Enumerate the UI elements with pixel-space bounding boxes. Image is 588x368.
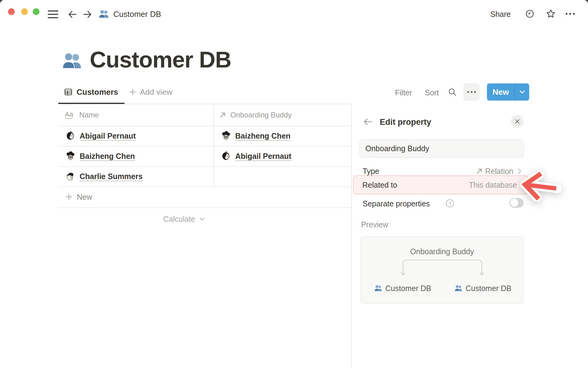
column-header-buddy-label: Onboarding Buddy xyxy=(230,111,292,119)
table-row-2-name[interactable]: Baizheng Chen xyxy=(66,146,135,166)
avatar-baizheng xyxy=(221,131,231,141)
avatar-abigail xyxy=(221,151,231,161)
cell-name[interactable]: Abigail Pernaut xyxy=(80,132,136,140)
forward-arrow-icon[interactable] xyxy=(83,10,92,19)
column-header-name-label: Name xyxy=(79,111,99,119)
table-row-3-name[interactable]: Charlie Summers xyxy=(66,166,143,186)
panel-close-button[interactable] xyxy=(511,115,524,128)
add-view-label: Add view xyxy=(140,87,172,97)
column-header-buddy[interactable]: Onboarding Buddy xyxy=(219,104,292,126)
traffic-light-close[interactable] xyxy=(8,8,15,15)
row-divider xyxy=(58,207,351,208)
relation-arrow-icon xyxy=(219,112,226,118)
related-to-row[interactable]: Related to This database xyxy=(353,175,529,194)
view-options-button[interactable] xyxy=(463,83,480,101)
property-name-input[interactable] xyxy=(360,139,524,158)
page-icon-people[interactable] xyxy=(62,51,82,71)
avatar-charlie xyxy=(66,171,75,181)
avatar-baizheng xyxy=(66,151,75,161)
new-record-label: New xyxy=(487,87,514,97)
tab-customers-label: Customers xyxy=(77,87,118,97)
breadcrumb[interactable]: Customer DB xyxy=(99,7,161,21)
type-label: Type xyxy=(363,167,379,176)
app-window: Customer DB Share Customer DB Customers … xyxy=(0,0,588,368)
help-glyph: ? xyxy=(449,201,451,206)
preview-left-db: Customer DB xyxy=(374,283,431,293)
cell-name[interactable]: Baizheng Chen xyxy=(80,152,135,161)
traffic-light-minimize[interactable] xyxy=(21,8,28,15)
new-record-button[interactable]: New xyxy=(487,83,529,101)
column-header-name[interactable]: Aa Name xyxy=(65,104,99,126)
preview-right-db: Customer DB xyxy=(454,283,511,293)
sort-button[interactable]: Sort xyxy=(425,88,439,97)
breadcrumb-title: Customer DB xyxy=(113,10,161,19)
title-property-icon: Aa xyxy=(65,111,73,119)
traffic-light-zoom[interactable] xyxy=(33,8,40,15)
search-icon[interactable] xyxy=(448,88,457,97)
table-new-row[interactable]: New xyxy=(65,186,92,207)
people-icon xyxy=(454,284,462,292)
add-view-button[interactable]: Add view xyxy=(129,83,172,101)
calculate-label: Calculate xyxy=(163,215,195,224)
separate-properties-label: Separate properties xyxy=(363,199,430,208)
new-dropdown-button[interactable] xyxy=(515,90,529,94)
help-icon[interactable]: ? xyxy=(446,199,454,207)
preview-property-name: Onboarding Buddy xyxy=(360,247,524,256)
table-row-1-buddy[interactable]: Baizheng Chen xyxy=(221,126,291,146)
more-options-icon[interactable] xyxy=(565,12,575,16)
updates-clock-icon[interactable] xyxy=(526,10,534,18)
active-tab-underline xyxy=(58,103,125,104)
plus-icon xyxy=(129,88,136,96)
filter-button[interactable]: Filter xyxy=(395,88,412,97)
panel-back-icon[interactable] xyxy=(363,117,372,126)
plus-icon xyxy=(65,193,73,201)
calculate-button[interactable]: Calculate xyxy=(163,211,205,227)
table-row-2-buddy[interactable]: Abigail Pernaut xyxy=(221,146,291,166)
close-icon xyxy=(514,118,520,125)
back-arrow-icon[interactable] xyxy=(68,10,77,19)
hamburger-menu-icon[interactable] xyxy=(48,10,58,19)
related-to-label: Related to xyxy=(362,181,397,190)
related-to-value: This database xyxy=(469,181,517,190)
table-view-icon xyxy=(64,88,72,96)
preview-label: Preview xyxy=(361,220,388,229)
column-divider xyxy=(213,104,214,186)
preview-left-db-label: Customer DB xyxy=(385,284,431,293)
page-title[interactable]: Customer DB xyxy=(90,47,231,73)
panel-title: Edit property xyxy=(380,117,431,127)
ellipsis-icon xyxy=(467,90,476,94)
cell-buddy[interactable]: Baizheng Chen xyxy=(235,132,291,140)
toggle-knob xyxy=(510,199,518,207)
relation-arrow-icon xyxy=(476,168,483,174)
separate-properties-toggle[interactable] xyxy=(510,198,524,208)
share-button[interactable]: Share xyxy=(490,10,511,19)
cell-name[interactable]: Charlie Summers xyxy=(80,172,143,181)
type-value: Relation xyxy=(485,167,513,176)
avatar-abigail xyxy=(66,131,75,141)
annotation-arrow-icon xyxy=(520,169,574,205)
relation-bracket-icon xyxy=(400,258,486,277)
people-icon xyxy=(99,9,109,19)
cell-buddy[interactable]: Abigail Pernaut xyxy=(235,152,291,161)
tab-customers[interactable]: Customers xyxy=(64,83,118,101)
panel-divider xyxy=(351,104,352,368)
chevron-down-icon xyxy=(199,217,205,221)
table-row-1-name[interactable]: Abigail Pernaut xyxy=(66,126,136,146)
row-divider xyxy=(58,186,351,187)
favorite-star-icon[interactable] xyxy=(546,9,556,18)
new-row-label: New xyxy=(77,193,92,201)
preview-right-db-label: Customer DB xyxy=(466,284,511,293)
people-icon xyxy=(374,284,382,292)
chevron-down-icon xyxy=(519,90,525,94)
